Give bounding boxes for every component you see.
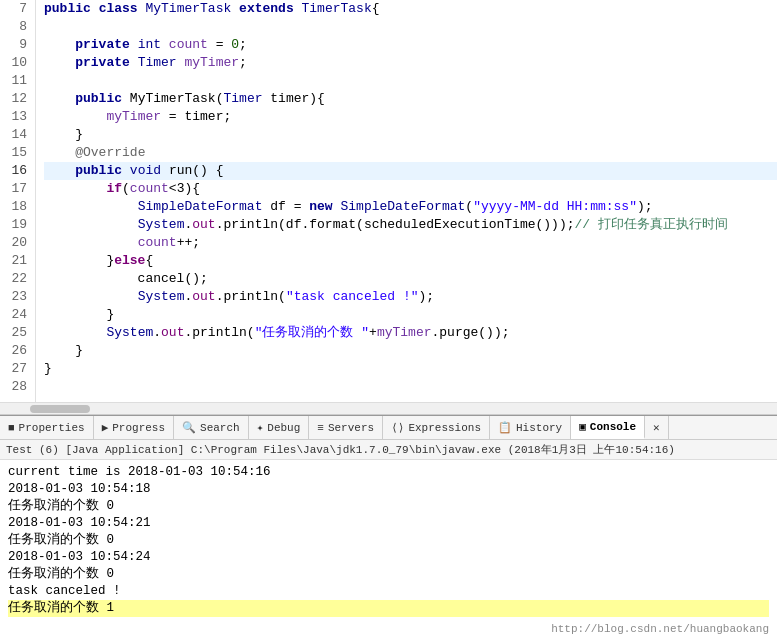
console-line-7: 任务取消的个数 0 [8, 566, 769, 583]
console-output[interactable]: current time is 2018-01-03 10:54:16 2018… [0, 460, 777, 643]
code-line-15: @Override [44, 144, 777, 162]
tab-label-7: Console [590, 421, 636, 433]
line-numbers: 7891011⊖121314⊖1516171819202122232425262… [0, 0, 36, 402]
console-line-3: 任务取消的个数 0 [8, 498, 769, 515]
line-number-19: 19 [8, 216, 27, 234]
code-line-8 [44, 18, 777, 36]
editor-scrollbar[interactable] [0, 402, 777, 414]
tab-history[interactable]: 📋History [490, 416, 571, 439]
tab-label-3: Debug [267, 422, 300, 434]
line-number-16: 16 [8, 162, 27, 180]
line-number-11: 11 [8, 72, 27, 90]
tab-debug[interactable]: ✦Debug [249, 416, 310, 439]
tab-label-2: Search [200, 422, 240, 434]
console-line-5: 任务取消的个数 0 [8, 532, 769, 549]
line-number-12: ⊖12 [8, 90, 27, 108]
console-url: http://blog.csdn.net/huangbaokang [551, 623, 769, 635]
code-line-13: myTimer = timer; [44, 108, 777, 126]
line-number-24: 24 [8, 306, 27, 324]
console-header: Test (6) [Java Application] C:\Program F… [0, 440, 777, 460]
code-content[interactable]: public class MyTimerTask extends TimerTa… [36, 0, 777, 402]
console-line-4: 2018-01-03 10:54:21 [8, 515, 769, 532]
line-number-8: 8 [8, 18, 27, 36]
line-number-14: 14 [8, 126, 27, 144]
line-number-9: 9 [8, 36, 27, 54]
line-number-10: 10 [8, 54, 27, 72]
tab-search[interactable]: 🔍Search [174, 416, 249, 439]
tab-icon-7: ▣ [579, 420, 586, 433]
tab-icon-4: ≡ [317, 422, 324, 434]
code-line-20: count++; [44, 234, 777, 252]
console-line-8: task canceled ! [8, 583, 769, 600]
code-line-7: public class MyTimerTask extends TimerTa… [44, 0, 777, 18]
line-number-28: 28 [8, 378, 27, 396]
code-line-17: if(count<3){ [44, 180, 777, 198]
tab-label-6: History [516, 422, 562, 434]
tab-label-4: Servers [328, 422, 374, 434]
line-number-23: 23 [8, 288, 27, 306]
code-line-21: }else{ [44, 252, 777, 270]
tab-icon-1: ▶ [102, 421, 109, 434]
console-line-2: 2018-01-03 10:54:18 [8, 481, 769, 498]
bottom-panel: ■Properties▶Progress🔍Search✦Debug≡Server… [0, 415, 777, 643]
code-line-24: } [44, 306, 777, 324]
console-line-6: 2018-01-03 10:54:24 [8, 549, 769, 566]
line-number-27: 27 [8, 360, 27, 378]
line-number-7: 7 [8, 0, 27, 18]
code-line-10: private Timer myTimer; [44, 54, 777, 72]
line-number-22: 22 [8, 270, 27, 288]
tab-label-5: Expressions [408, 422, 481, 434]
line-number-26: 26 [8, 342, 27, 360]
tab-label-0: Properties [19, 422, 85, 434]
tab-icon-2: 🔍 [182, 421, 196, 434]
tab-icon-0: ■ [8, 422, 15, 434]
code-line-28 [44, 378, 777, 396]
tab-icon-3: ✦ [257, 421, 264, 434]
code-line-27: } [44, 360, 777, 378]
line-number-21: 21 [8, 252, 27, 270]
console-area: Test (6) [Java Application] C:\Program F… [0, 440, 777, 643]
tab-expressions[interactable]: ⟨⟩Expressions [383, 416, 490, 439]
code-line-25: System.out.println("任务取消的个数 "+myTimer.pu… [44, 324, 777, 342]
code-line-16: public void run() { [44, 162, 777, 180]
line-number-13: 13 [8, 108, 27, 126]
line-number-20: 20 [8, 234, 27, 252]
scrollbar-thumb[interactable] [30, 405, 90, 413]
tab-console[interactable]: ▣Console [571, 416, 645, 439]
console-wrapper: current time is 2018-01-03 10:54:16 2018… [0, 460, 777, 643]
tab-properties[interactable]: ■Properties [0, 416, 94, 439]
code-line-19: System.out.println(df.format(scheduledEx… [44, 216, 777, 234]
code-container: 7891011⊖121314⊖1516171819202122232425262… [0, 0, 777, 402]
tab-servers[interactable]: ≡Servers [309, 416, 383, 439]
code-line-12: public MyTimerTask(Timer timer){ [44, 90, 777, 108]
code-line-22: cancel(); [44, 270, 777, 288]
code-line-18: SimpleDateFormat df = new SimpleDateForm… [44, 198, 777, 216]
line-number-18: 18 [8, 198, 27, 216]
tab-label-8: ✕ [653, 421, 660, 434]
tab-icon-5: ⟨⟩ [391, 421, 404, 434]
console-line-9: 任务取消的个数 1 [8, 600, 769, 617]
tab-bar: ■Properties▶Progress🔍Search✦Debug≡Server… [0, 416, 777, 440]
tab--[interactable]: ✕ [645, 416, 669, 439]
tab-progress[interactable]: ▶Progress [94, 416, 174, 439]
code-line-9: private int count = 0; [44, 36, 777, 54]
tab-label-1: Progress [112, 422, 165, 434]
line-number-25: 25 [8, 324, 27, 342]
line-number-17: 17 [8, 180, 27, 198]
console-line-0: current time is 2018-01-03 10:54:16 [8, 464, 769, 481]
tab-icon-6: 📋 [498, 421, 512, 434]
code-line-23: System.out.println("task canceled !"); [44, 288, 777, 306]
code-line-26: } [44, 342, 777, 360]
code-line-14: } [44, 126, 777, 144]
line-number-15: ⊖15 [8, 144, 27, 162]
code-line-11 [44, 72, 777, 90]
editor-area: 7891011⊖121314⊖1516171819202122232425262… [0, 0, 777, 415]
